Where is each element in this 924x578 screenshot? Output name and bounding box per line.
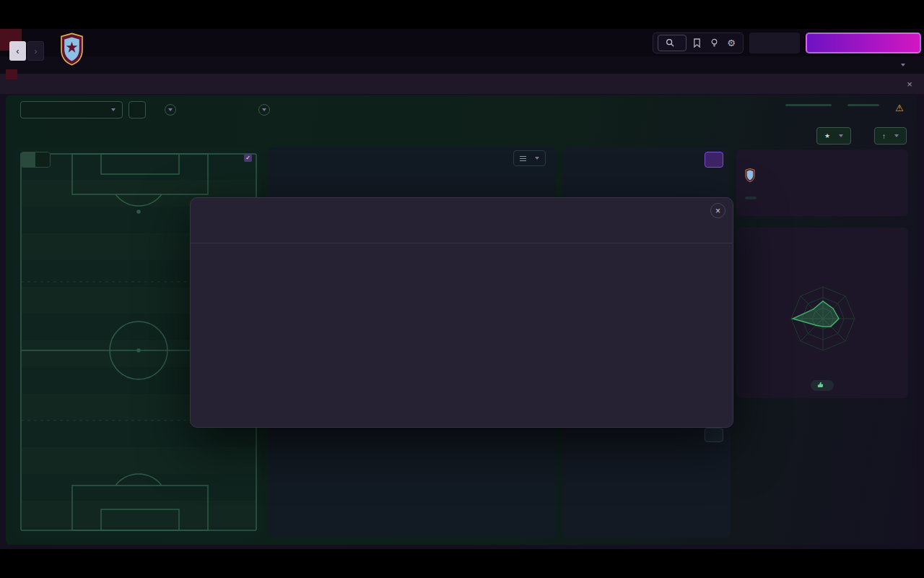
select-button[interactable]	[705, 428, 723, 442]
style-dropdown[interactable]	[154, 101, 176, 118]
section-subnav	[0, 56, 924, 74]
toggle-in-possession[interactable]	[21, 152, 35, 167]
chevron-down-icon	[901, 64, 905, 66]
tactic-meters: ⚠	[785, 101, 904, 113]
toggle-out-of-possession[interactable]	[35, 152, 50, 167]
fm-ui: ⚙ ‹ ›	[0, 29, 924, 549]
chevron-down-icon	[894, 134, 899, 137]
divider	[191, 243, 733, 243]
tactics-toolbar: ⚠	[6, 95, 917, 124]
tactics-tabs-row: ★ ↑	[6, 124, 917, 149]
thumbs-up-icon	[817, 381, 824, 389]
game-window: ⚙ ‹ ›	[0, 0, 924, 578]
close-icon[interactable]: ×	[710, 203, 725, 218]
club-crest-icon[interactable]	[60, 33, 84, 66]
performance-rating-badge	[745, 197, 757, 199]
warning-icon: ⚠	[895, 103, 904, 113]
star-icon: ★	[824, 132, 830, 139]
radar-chart	[736, 228, 908, 398]
corner-decoration-small	[6, 69, 17, 79]
chevron-down-icon	[165, 104, 176, 116]
back-button[interactable]: ‹	[9, 41, 26, 61]
chevron-down-icon	[258, 104, 270, 116]
up-arrow-icon: ↑	[882, 132, 886, 140]
navbar-right-cluster: ⚙	[653, 32, 921, 54]
tactic-preset-dropdown[interactable]	[20, 101, 123, 118]
close-icon[interactable]: ×	[904, 78, 915, 90]
bookmarks-dropdown[interactable]	[897, 64, 905, 66]
chevron-down-icon	[839, 134, 843, 137]
gear-icon[interactable]: ⚙	[724, 36, 738, 51]
search-button[interactable]	[658, 35, 687, 51]
list-icon	[520, 156, 526, 161]
lightbulb-icon[interactable]	[707, 36, 721, 51]
continue-button[interactable]	[806, 33, 921, 53]
chevron-down-icon	[535, 157, 539, 160]
possession-toggle	[20, 152, 51, 168]
checkbox-icon: ✓	[244, 154, 252, 162]
chevron-down-icon	[111, 108, 116, 111]
team-instructions-modal: ×	[190, 197, 733, 428]
forward-button[interactable]: ›	[27, 41, 44, 61]
intensity-meter	[847, 101, 879, 106]
view-dropdown[interactable]	[513, 150, 546, 166]
top-navbar: ⚙	[0, 29, 924, 56]
selected-button[interactable]	[705, 152, 723, 168]
tactics-actions: ★ ↑	[816, 127, 907, 144]
search-icon	[666, 38, 674, 48]
advice-button[interactable]: ★	[816, 127, 851, 144]
team-report-card	[736, 150, 908, 216]
bookmark-icon[interactable]	[689, 36, 704, 51]
all-instructions-checkbox[interactable]: ✓	[244, 154, 256, 162]
club-crest-small-icon	[745, 168, 755, 185]
performance-badge	[811, 380, 834, 391]
mentality-dropdown[interactable]	[248, 101, 270, 118]
add-tactic-button[interactable]	[128, 101, 146, 118]
club-row[interactable]	[745, 168, 759, 185]
data-hub-card	[736, 228, 908, 398]
familiarity-meter	[785, 101, 832, 106]
utility-cluster: ⚙	[653, 33, 744, 53]
breadcrumb-bar: ×	[0, 74, 924, 94]
subnav-right	[897, 64, 912, 66]
quick-pick-button[interactable]: ↑	[874, 127, 907, 144]
game-date[interactable]	[749, 33, 800, 53]
